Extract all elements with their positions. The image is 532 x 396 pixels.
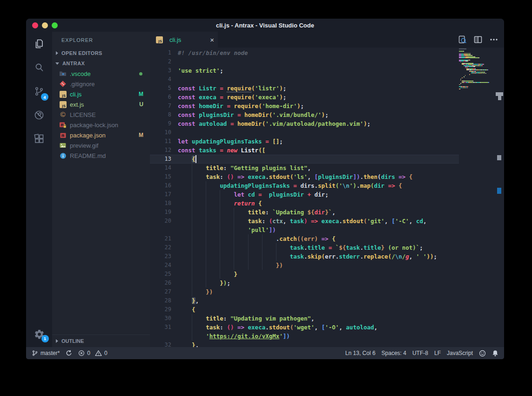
more-actions-icon[interactable] (489, 35, 498, 44)
code-line[interactable]: 23 task.skip(err.stderr.replace(/\n/g, '… (150, 252, 459, 261)
line-number[interactable]: 23 (150, 252, 178, 261)
file-row-cli.js[interactable]: JScli.jsM (52, 89, 150, 99)
line-number[interactable]: 27 (150, 287, 178, 296)
activity-search[interactable] (26, 55, 52, 79)
code-line[interactable]: 3'use strict'; (150, 66, 459, 75)
line-number[interactable]: 12 (150, 146, 178, 155)
code-line[interactable]: 2 (150, 57, 459, 66)
line-number[interactable]: 5 (150, 84, 178, 93)
line-number[interactable]: 2 (150, 57, 178, 66)
feedback-button[interactable] (479, 350, 486, 357)
code-line[interactable]: 10 (150, 128, 459, 137)
code-editor[interactable]: 1#! /usr/bin/env node23'use strict';45co… (150, 48, 504, 347)
code-line[interactable]: 9const autoload = homeDir('.vim/autoload… (150, 119, 459, 128)
close-window-button[interactable] (32, 22, 38, 28)
activity-explorer[interactable] (26, 32, 52, 55)
activity-debug[interactable] (26, 103, 52, 127)
code-line[interactable]: 'pull']) (150, 225, 459, 234)
code-line[interactable]: 21 .catch((err) => { (150, 234, 459, 243)
status-line-col[interactable]: Ln 13, Col 6 (345, 350, 376, 356)
line-number[interactable]: 18 (150, 199, 178, 208)
manage-button[interactable]: 1 (26, 323, 52, 345)
line-number[interactable]: 16 (150, 181, 178, 190)
line-number[interactable]: 13 (150, 155, 178, 164)
code-line[interactable]: 31 task: () => execa.stdout('wget', ['-O… (150, 323, 459, 332)
line-number[interactable]: 26 (150, 279, 178, 287)
activity-extensions[interactable] (26, 127, 52, 150)
line-number[interactable]: 14 (150, 164, 178, 172)
line-number[interactable]: 7 (150, 102, 178, 110)
file-row-.gitignore[interactable]: .gitignore (52, 79, 150, 89)
line-number[interactable]: 25 (150, 270, 178, 279)
code-line[interactable]: 32 }, (150, 341, 459, 347)
line-number[interactable]: 31 (150, 323, 178, 332)
line-number[interactable]: 19 (150, 208, 178, 217)
status-language[interactable]: JavaScript (447, 350, 473, 356)
line-number[interactable]: 6 (150, 93, 178, 102)
line-number[interactable]: 28 (150, 296, 178, 305)
code-line[interactable]: 14 title: "Getting plugins list", (150, 164, 459, 172)
line-number[interactable] (150, 225, 178, 234)
line-number[interactable]: 4 (150, 75, 178, 84)
notifications-button[interactable] (492, 350, 498, 357)
code-line[interactable]: 15 task: () => execa.stdout('ls', [plugi… (150, 172, 459, 181)
close-tab-icon[interactable]: × (210, 36, 214, 43)
code-line[interactable]: 27 }) (150, 287, 459, 296)
code-line[interactable]: 20 task: (ctx, task) => execa.stdout('gi… (150, 217, 459, 225)
code-line[interactable]: 11let updatingPluginsTasks = []; (150, 137, 459, 146)
line-number[interactable]: 32 (150, 341, 178, 347)
sync-button[interactable] (66, 350, 72, 356)
line-number[interactable]: 10 (150, 128, 178, 137)
file-row-package.json[interactable]: package.jsonM (52, 130, 150, 140)
file-row-README.md[interactable]: README.md (52, 150, 150, 161)
code-line[interactable]: 17 let cd = pluginsDir + dir; (150, 190, 459, 199)
file-row-package-lock.json[interactable]: package-lock.json (52, 120, 150, 130)
code-line[interactable]: 19 title: `Updating ${dir}`, (150, 208, 459, 217)
code-line[interactable]: 24 }) (150, 261, 459, 270)
status-eol[interactable]: LF (434, 350, 441, 356)
code-area[interactable]: 1#! /usr/bin/env node23'use strict';45co… (150, 48, 459, 347)
open-editors-section[interactable]: OPEN EDITORS (52, 48, 150, 58)
code-line[interactable]: 6const execa = require('execa'); (150, 93, 459, 102)
maximize-window-button[interactable] (52, 22, 58, 28)
status-indentation[interactable]: Spaces: 4 (382, 350, 406, 356)
code-line[interactable]: 26 }); (150, 279, 459, 287)
code-line[interactable]: 1#! /usr/bin/env node (150, 48, 459, 57)
code-line[interactable]: 4 (150, 75, 459, 84)
line-number[interactable]: 11 (150, 137, 178, 146)
code-line[interactable]: 13 { (150, 155, 459, 164)
title-bar[interactable]: cli.js - Antrax - Visual Studio Code (26, 19, 504, 32)
code-line[interactable]: 12const tasks = new Listr([ (150, 146, 459, 155)
code-line[interactable]: 'https://git.io/vXgMx']) (150, 332, 459, 341)
code-line[interactable]: 22 task.title = `${task.title} (or not)`… (150, 243, 459, 252)
code-line[interactable]: 29 { (150, 305, 459, 314)
git-branch-status[interactable]: master* (32, 350, 60, 356)
line-number[interactable]: 29 (150, 305, 178, 314)
line-number[interactable]: 30 (150, 314, 178, 323)
split-editor-icon[interactable] (473, 35, 483, 44)
file-row-ext.js[interactable]: JSext.jsU (52, 99, 150, 109)
line-number[interactable]: 9 (150, 119, 178, 128)
open-changes-icon[interactable] (458, 35, 467, 44)
line-number[interactable]: 15 (150, 172, 178, 181)
code-line[interactable]: 30 title: "Updating vim pathogen", (150, 314, 459, 323)
line-number[interactable]: 3 (150, 66, 178, 75)
status-encoding[interactable]: UTF-8 (412, 350, 428, 356)
line-number[interactable]: 21 (150, 234, 178, 243)
overview-ruler[interactable] (492, 48, 504, 347)
code-line[interactable]: 8const pluginsDir = homeDir('.vim/bundle… (150, 110, 459, 119)
code-line[interactable]: 7const homeDir = require('home-dir'); (150, 102, 459, 110)
file-row-LICENSE[interactable]: ©LICENSE (52, 109, 150, 120)
minimap[interactable] (459, 48, 492, 89)
line-number[interactable]: 20 (150, 217, 178, 225)
problems-status[interactable]: 0 0 (78, 350, 107, 356)
code-line[interactable]: 18 return { (150, 199, 459, 208)
code-line[interactable]: 28 }, (150, 296, 459, 305)
line-number[interactable]: 17 (150, 190, 178, 199)
activity-source-control[interactable]: 4 (26, 79, 52, 103)
code-line[interactable]: 25 } (150, 270, 459, 279)
tab-cli-js[interactable]: JS cli.js × (150, 32, 218, 48)
file-row-.vscode[interactable]: .vscode (52, 68, 150, 79)
folder-section[interactable]: ANTRAX (52, 58, 150, 68)
line-number[interactable] (150, 332, 178, 341)
